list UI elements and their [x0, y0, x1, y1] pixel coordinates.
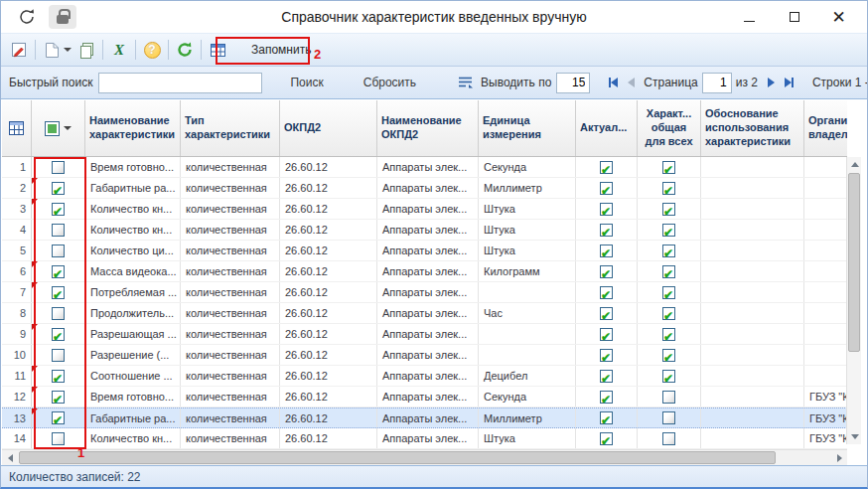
copy-icon[interactable] [74, 38, 98, 62]
table-row[interactable]: 8 Продолжитель... количественная 26.60.1… [2, 303, 847, 324]
help-icon[interactable]: ? [140, 38, 164, 62]
column-header-org[interactable]: Организация владелец [804, 100, 847, 156]
table-row[interactable]: 13 Габаритные ра... количественная 26.60… [2, 408, 847, 428]
common-checkbox[interactable] [662, 265, 675, 278]
actual-checkbox[interactable] [600, 307, 613, 320]
row-select-checkbox[interactable] [52, 432, 65, 445]
search-button[interactable]: Поиск [284, 73, 329, 92]
actual-checkbox[interactable] [600, 349, 613, 362]
actual-checkbox[interactable] [600, 411, 613, 424]
table-row[interactable]: 10 Разрешение (... количественная 26.60.… [2, 345, 847, 366]
row-select-cell[interactable] [32, 387, 85, 407]
row-select-cell[interactable] [32, 199, 85, 219]
row-select-checkbox[interactable] [52, 224, 65, 237]
row-select-cell[interactable] [32, 282, 85, 302]
column-header-justification[interactable]: Обоснование использования характеристики [701, 100, 804, 156]
row-select-checkbox[interactable] [52, 203, 65, 216]
common-checkbox[interactable] [662, 307, 675, 320]
page-input[interactable] [702, 73, 732, 93]
last-page-button[interactable] [785, 78, 794, 87]
column-header-common[interactable]: Характ... общая для всех [638, 100, 701, 156]
actual-checkbox[interactable] [600, 265, 613, 278]
common-checkbox[interactable] [662, 161, 675, 174]
row-select-cell[interactable] [32, 178, 85, 198]
common-checkbox[interactable] [662, 203, 675, 216]
vertical-scroll-thumb[interactable] [848, 173, 860, 352]
row-select-checkbox[interactable] [52, 161, 65, 174]
actual-checkbox[interactable] [600, 203, 613, 216]
table-row[interactable]: 7 Потребляемая ... количественная 26.60.… [2, 282, 847, 303]
refresh-icon[interactable] [173, 38, 197, 62]
common-checkbox[interactable] [662, 370, 675, 383]
row-select-checkbox[interactable] [52, 391, 65, 404]
column-header-actual[interactable]: Актуал... [576, 100, 638, 156]
select-all-checkbox-icon[interactable] [45, 121, 60, 136]
row-select-cell[interactable] [32, 220, 85, 240]
table-row[interactable]: 3 Количество кн... количественная 26.60.… [2, 199, 847, 220]
column-header-okpd2[interactable]: ОКПД2 [280, 100, 377, 156]
column-header-type[interactable]: Тип характеристики [181, 100, 280, 156]
actual-checkbox[interactable] [600, 432, 613, 445]
actual-checkbox[interactable] [600, 182, 613, 195]
row-select-cell[interactable] [32, 324, 85, 344]
horizontal-scroll-thumb[interactable] [19, 451, 776, 464]
row-select-checkbox[interactable] [52, 411, 65, 424]
actual-checkbox[interactable] [600, 244, 613, 257]
minimize-button[interactable] [727, 3, 772, 31]
row-select-checkbox[interactable] [52, 182, 65, 195]
row-select-cell[interactable] [32, 428, 85, 448]
row-select-checkbox[interactable] [52, 307, 65, 320]
scroll-down-icon[interactable] [847, 429, 862, 444]
row-select-checkbox[interactable] [52, 286, 65, 299]
row-select-checkbox[interactable] [52, 328, 65, 341]
display-settings-icon[interactable] [457, 75, 475, 90]
search-input[interactable] [98, 73, 262, 93]
table-row[interactable]: 2 Габаритные ра... количественная 26.60.… [2, 178, 847, 199]
prev-page-button[interactable] [628, 78, 635, 87]
table-row[interactable]: 14 Количество кн... количественная 26.60… [2, 428, 847, 449]
table-row[interactable]: 4 Количество кн... количественная 26.60.… [2, 220, 847, 241]
row-select-checkbox[interactable] [52, 370, 65, 383]
column-header-okpd2-name[interactable]: Наименование ОКПД2 [377, 100, 479, 156]
select-menu-caret-icon[interactable] [64, 126, 72, 130]
actual-checkbox[interactable] [600, 328, 613, 341]
table-row[interactable]: 12 Время готовно... количественная 26.60… [2, 387, 847, 408]
row-select-checkbox[interactable] [52, 349, 65, 362]
row-select-cell[interactable] [32, 241, 85, 260]
row-select-cell[interactable] [32, 408, 85, 427]
per-page-input[interactable] [556, 73, 590, 93]
reset-button[interactable]: Сбросить [358, 73, 422, 92]
actual-checkbox[interactable] [600, 224, 613, 237]
table-row[interactable]: 9 Разрешающая ... количественная 26.60.1… [2, 324, 847, 345]
scroll-left-icon[interactable] [2, 450, 18, 465]
column-header-unit[interactable]: Единица измерения [479, 100, 576, 156]
actual-checkbox[interactable] [600, 370, 613, 383]
actual-checkbox[interactable] [600, 391, 613, 404]
row-select-cell[interactable] [32, 366, 85, 386]
row-select-cell[interactable] [32, 345, 85, 365]
first-page-button[interactable] [609, 78, 618, 87]
actual-checkbox[interactable] [600, 286, 613, 299]
save-button[interactable]: Запомнить [237, 39, 325, 61]
close-button[interactable]: ✕ [816, 3, 861, 31]
common-checkbox[interactable] [662, 349, 675, 362]
vertical-scrollbar[interactable] [846, 157, 861, 444]
common-checkbox[interactable] [662, 391, 675, 404]
column-header-select-all[interactable] [32, 100, 85, 156]
common-checkbox[interactable] [662, 432, 675, 445]
row-select-cell[interactable] [32, 261, 85, 281]
common-checkbox[interactable] [662, 286, 675, 299]
common-checkbox[interactable] [662, 244, 675, 257]
new-document-icon[interactable] [40, 38, 64, 62]
column-header-name[interactable]: Наименование характеристики [85, 100, 181, 156]
row-select-cell[interactable] [32, 157, 85, 177]
scroll-right-icon[interactable] [831, 450, 847, 465]
common-checkbox[interactable] [662, 182, 675, 195]
column-header-grid[interactable] [2, 100, 32, 156]
common-checkbox[interactable] [662, 328, 675, 341]
table-row[interactable]: 1 Время готовно... количественная 26.60.… [2, 157, 847, 178]
common-checkbox[interactable] [662, 411, 675, 424]
common-checkbox[interactable] [662, 224, 675, 237]
row-select-cell[interactable] [32, 303, 85, 323]
horizontal-scrollbar[interactable] [2, 449, 847, 465]
